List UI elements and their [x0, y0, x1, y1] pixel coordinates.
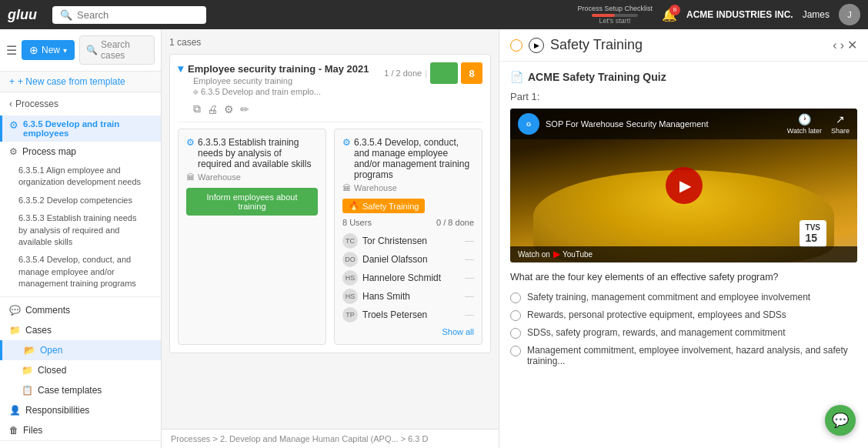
doc-title-text: ACME Safety Training Quiz [528, 71, 666, 83]
video-play-button[interactable]: ▶ [666, 167, 703, 204]
search-cases-placeholder: Search cases [101, 39, 148, 61]
avatar-3: HS [342, 270, 358, 286]
sidebar: ☰ ⊕ New ▾ 🔍 Search cases + + New case fr… [0, 29, 162, 448]
quiz-option-2[interactable]: Rewards, personal protective equipment, … [510, 306, 857, 324]
new-case-from-template-button[interactable]: + + New case from template [9, 76, 125, 87]
panel-header: ▶ Safety Training ‹ › ✕ [499, 29, 868, 62]
cases-closed[interactable]: 📁 Closed [0, 360, 161, 380]
print-tool-button[interactable]: 🖨 [207, 102, 218, 115]
quiz-option-1[interactable]: Safety training, management commitment a… [510, 289, 857, 306]
new-case-toolbar: + + New case from template [0, 72, 161, 92]
progress-number: 8 [461, 62, 482, 84]
radio-2[interactable] [510, 310, 521, 321]
process-map-icon: ⚙ [9, 146, 18, 157]
youtube-brand: YouTube [563, 250, 593, 259]
user-1: TC Tor Christensen — [342, 232, 474, 250]
process-map-item[interactable]: ⚙ Process map [0, 142, 161, 162]
process-checklist[interactable]: Process Setup Checklist Let's start! [577, 5, 653, 25]
current-process-label: 6.3.5 Develop and train employees [23, 119, 152, 138]
panel-body: 📄 ACME Safety Training Quiz Part 1: TVS1… [499, 62, 868, 448]
panel-navigation: ‹ › ✕ [833, 38, 857, 52]
user-2: DO Daniel Olafsson — [342, 250, 474, 269]
option-text-4: Management commitment, employee involvem… [527, 345, 857, 366]
user-name-5: Troels Petersen [362, 309, 427, 320]
location-icon-2: 🏛 [342, 183, 351, 192]
edit-tool-button[interactable]: ✏ [240, 102, 249, 115]
quiz-question: What are the four key elements of an eff… [510, 272, 857, 283]
top-navigation: gluu 🔍 Process Setup Checklist Let's sta… [0, 0, 868, 29]
sub-item-1[interactable]: 6.3.5.1 Align employee and organization … [0, 162, 161, 192]
settings-tool-button[interactable]: ⚙ [224, 102, 234, 115]
files-item[interactable]: 🗑 Files [0, 420, 161, 440]
comments-item[interactable]: 💬 Comments [0, 300, 161, 320]
panel-next-button[interactable]: › [840, 38, 844, 52]
task-card-1: ⚙ 6.3.5.3 Establish training needs by an… [178, 129, 326, 345]
task-location-1: 🏛 Warehouse [186, 172, 318, 182]
share-label: Share [831, 127, 850, 135]
breadcrumb: Processes > 2. Develop and Manage Human … [162, 429, 499, 448]
quiz-option-3[interactable]: SDSs, safety program, rewards, and manag… [510, 324, 857, 342]
sub-item-2[interactable]: 6.3.5.2 Develop competencies [0, 192, 161, 209]
notification-count: 8 [669, 5, 680, 15]
case-title-text: Employee security training - May 2021 [188, 63, 369, 75]
video-actions: 🕐 Watch later ↗ Share [787, 113, 850, 135]
sub-item-3[interactable]: 6.3.5.3 Establish training needs by anal… [0, 209, 161, 251]
checklist-sublabel: Let's start! [599, 17, 631, 25]
doc-icon: 📄 [510, 71, 523, 83]
user-name-4: Hans Smith [362, 291, 410, 302]
main-layout: ☰ ⊕ New ▾ 🔍 Search cases + + New case fr… [0, 29, 868, 448]
responsibilities-item[interactable]: 👤 Responsibilities [0, 400, 161, 420]
watch-later-action[interactable]: 🕐 Watch later [787, 113, 822, 135]
hamburger-icon[interactable]: ☰ [6, 43, 17, 58]
case-templates[interactable]: 📋 Case templates [0, 380, 161, 400]
video-container[interactable]: TVS15 G SOP For Warehouse Security Manag… [510, 109, 857, 262]
search-cases[interactable]: 🔍 Search cases [79, 35, 155, 65]
play-button[interactable]: ▶ [529, 38, 544, 53]
inform-button[interactable]: Inform employees about training [186, 188, 318, 216]
radio-3[interactable] [510, 328, 521, 339]
avatar-5: TP [342, 307, 358, 323]
watch-later-icon: 🕐 [798, 113, 811, 125]
open-folder-icon: 📂 [24, 345, 35, 356]
safety-tag[interactable]: 🔥 Safety Training [342, 199, 425, 213]
case-meta: ⎆ 6.3.5 Develop and train emplo... [193, 87, 384, 96]
chat-fab-button[interactable]: 💬 [825, 405, 856, 436]
notification-bell[interactable]: 🔔 8 [662, 8, 677, 22]
comments-label: Comments [25, 305, 70, 316]
avatar-4: HS [342, 289, 358, 304]
radio-4[interactable] [510, 346, 521, 356]
new-case-label: + New case from template [18, 76, 125, 87]
case-subtitle: Employee security training [193, 76, 384, 85]
task-cards: ⚙ 6.3.5.3 Establish training needs by an… [178, 129, 482, 345]
current-process-item[interactable]: ⚙ 6.3.5 Develop and train employees [0, 115, 161, 142]
new-button[interactable]: ⊕ New ▾ [22, 40, 75, 60]
radio-1[interactable] [510, 293, 521, 303]
user-5: TP Troels Petersen — [342, 306, 474, 324]
share-action[interactable]: ↗ Share [831, 113, 850, 135]
status-circle-icon [510, 39, 522, 52]
collapse-icon[interactable]: ▾ [178, 62, 183, 75]
search-input[interactable] [77, 9, 199, 21]
task-card-1-title: ⚙ 6.3.5.3 Establish training needs by an… [186, 137, 318, 169]
safety-tag-label: Safety Training [362, 202, 419, 211]
files-icon: 🗑 [9, 425, 18, 436]
files-label: Files [23, 425, 42, 436]
cases-label: Cases [25, 325, 52, 336]
panel-prev-button[interactable]: ‹ [833, 38, 836, 52]
case-header: ▾ Employee security training - May 2021 … [178, 62, 482, 96]
sub-item-4[interactable]: 6.3.5.4 Develop, conduct, and manage emp… [0, 251, 161, 293]
cases-open[interactable]: 📂 Open [0, 340, 161, 360]
panel-close-button[interactable]: ✕ [847, 38, 857, 52]
show-all[interactable]: Show all [342, 327, 474, 336]
user-avatar[interactable]: J [839, 4, 860, 25]
dash-4: — [465, 291, 474, 302]
dash-1: — [465, 236, 474, 246]
back-to-processes[interactable]: ‹ Processes [9, 99, 152, 109]
option-text-2: Rewards, personal protective equipment, … [527, 309, 786, 320]
copy-tool-button[interactable]: ⧉ [193, 102, 201, 115]
quiz-option-4[interactable]: Management commitment, employee involvem… [510, 342, 857, 369]
avatar-2: DO [342, 252, 358, 267]
global-search[interactable]: 🔍 [52, 6, 206, 24]
task-icon-1: ⚙ [186, 137, 195, 148]
search-icon: 🔍 [60, 9, 72, 21]
